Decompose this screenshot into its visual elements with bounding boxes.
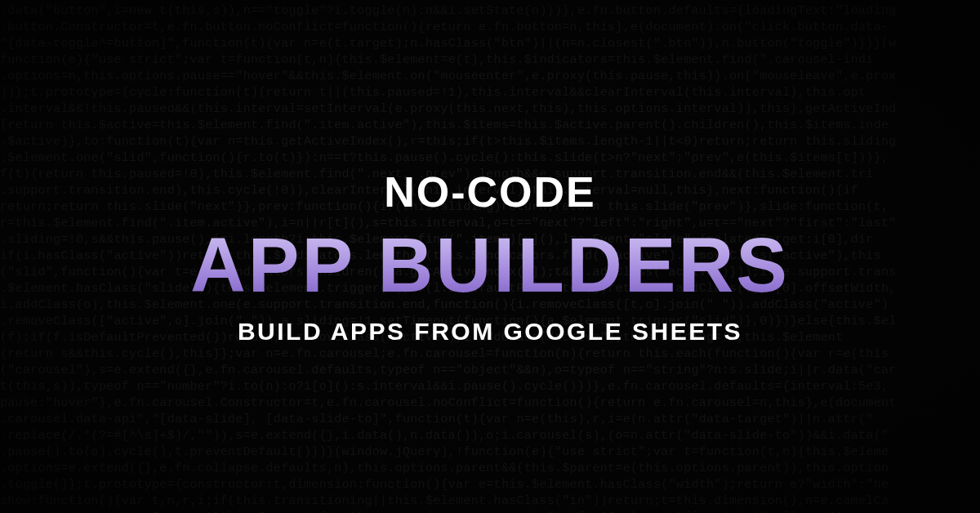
hero-text-block: NO-CODE APP BUILDERS BUILD APPS FROM GOO…: [0, 167, 980, 346]
hero-heading-line2: APP BUILDERS: [190, 221, 790, 310]
hero-heading-line1: NO-CODE: [0, 167, 980, 216]
hero-subheading: BUILD APPS FROM GOOGLE SHEETS: [0, 318, 980, 346]
